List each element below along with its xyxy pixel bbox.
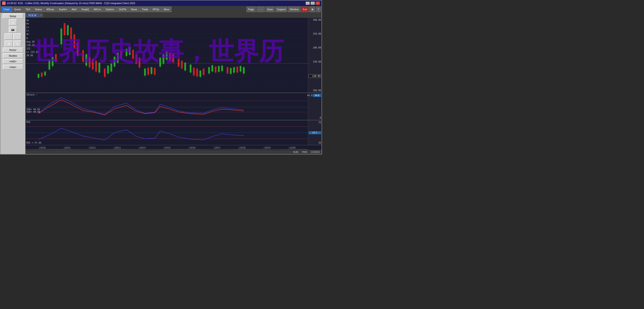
delta-val: 20.05 bbox=[26, 54, 39, 57]
setup-btn[interactable]: Setup bbox=[3, 14, 23, 19]
svg-rect-49 bbox=[110, 64, 112, 72]
menu-status[interactable]: Status bbox=[33, 7, 44, 12]
menu-alert[interactable]: Alert bbox=[70, 7, 79, 12]
ohlc-l: L= bbox=[26, 26, 39, 29]
svg-rect-107 bbox=[218, 66, 220, 72]
svg-rect-121 bbox=[243, 67, 245, 74]
svg-rect-75 bbox=[160, 58, 161, 67]
page-btn[interactable]: Page bbox=[246, 7, 256, 12]
sidebar-icon-row-1: 🖨 bbox=[9, 19, 17, 26]
svg-rect-51 bbox=[114, 57, 116, 67]
svg-rect-39 bbox=[92, 59, 94, 69]
svg-rect-23 bbox=[64, 23, 66, 35]
svg-rect-61 bbox=[132, 50, 134, 59]
svg-rect-9 bbox=[38, 74, 40, 78]
stoch-chart bbox=[26, 93, 308, 120]
menu-quote[interactable]: Quote bbox=[12, 7, 23, 12]
menu-news[interactable]: News bbox=[129, 7, 140, 12]
svg-rect-11 bbox=[41, 73, 43, 77]
svg-text:|2018: |2018 bbox=[238, 146, 246, 149]
svg-rect-101 bbox=[208, 67, 210, 74]
ssd-value: SSD= 40.68 bbox=[26, 111, 40, 113]
ohlc-h: H= bbox=[26, 22, 39, 26]
close-btn[interactable]: × bbox=[316, 2, 320, 5]
svg-rect-119 bbox=[240, 66, 242, 72]
menu-ts[interactable]: T&S bbox=[24, 7, 32, 12]
menu-supsrv[interactable]: SupSrv bbox=[57, 7, 69, 12]
sidebar: Setup 🖨 📷 ← → ⊕ ⊖ ReScl Studies <IntD> <… bbox=[0, 13, 26, 154]
rsi-chart bbox=[26, 120, 308, 145]
menu-allcon[interactable]: AllCon bbox=[92, 7, 103, 12]
maximize-btn[interactable]: □ bbox=[311, 2, 315, 5]
hist-btn[interactable]: <Hist> bbox=[3, 65, 23, 70]
svg-rect-33 bbox=[82, 50, 84, 62]
svg-rect-57 bbox=[126, 49, 127, 56]
svg-text:|2015: |2015 bbox=[164, 146, 171, 149]
print-icon[interactable]: 🖨 bbox=[9, 19, 17, 26]
rsi-badge: 57.7 bbox=[308, 131, 321, 134]
price-100: 100.00 bbox=[308, 89, 321, 92]
menu-more[interactable]: More bbox=[162, 7, 172, 12]
price-current: 120.05 bbox=[308, 74, 321, 78]
chart-tab-add[interactable]: + bbox=[39, 14, 43, 17]
svg-rect-71 bbox=[150, 67, 152, 74]
title-text: 13:30:52 bbox=[7, 2, 16, 5]
time-axis: |2010 |2011 |2012 |2013 |2014 |2015 |201… bbox=[26, 145, 322, 150]
support-btn[interactable]: Support bbox=[276, 7, 288, 12]
svg-rect-17 bbox=[52, 57, 54, 66]
studies-btn[interactable]: Studies bbox=[3, 53, 23, 58]
svg-text:|2016: |2016 bbox=[188, 146, 196, 149]
menu-bar-left: Chart Quote T&S Status MScan SupSrv Aler… bbox=[1, 7, 172, 12]
ohlc-info: O= H= L= L= Δ= 0 Aug 20 118.20 121 L= 11… bbox=[26, 19, 39, 57]
svg-rect-113 bbox=[230, 68, 232, 74]
price-250: 250.00 bbox=[308, 33, 321, 35]
menu-ordtkt[interactable]: OrdTkt bbox=[117, 7, 128, 12]
monitor-btn[interactable]: 🖥 bbox=[310, 7, 315, 12]
arrow-left-icon[interactable]: ← bbox=[4, 34, 13, 40]
stoch-label: SStoch : bbox=[26, 94, 37, 96]
intd-btn[interactable]: <IntD> bbox=[3, 59, 23, 64]
window-btn[interactable]: Window bbox=[288, 7, 300, 12]
rescl-btn[interactable]: ReScl bbox=[3, 48, 23, 53]
minimize-btn[interactable]: − bbox=[306, 2, 310, 5]
svg-rect-79 bbox=[166, 52, 168, 60]
menu-trade[interactable]: Trade bbox=[140, 7, 150, 12]
rsi-scale: 75 57.7 25 bbox=[308, 120, 322, 145]
main-chart[interactable]: O= H= L= L= Δ= 0 Aug 20 118.20 121 L= 11… bbox=[26, 18, 322, 93]
svg-text:|2020: |2020 bbox=[288, 146, 296, 149]
svg-rect-55 bbox=[120, 51, 122, 58]
menu-options[interactable]: Options bbox=[104, 7, 116, 12]
svg-rect-91 bbox=[190, 65, 192, 73]
stoch-scale: 44.8 44.8 0 bbox=[308, 93, 322, 120]
menu-rfqs[interactable]: RFQs bbox=[150, 7, 161, 12]
svg-rect-37 bbox=[89, 57, 90, 67]
rsi-value: RSI = 57.65 bbox=[26, 142, 42, 144]
status-bar: NUM P005 13:30:52 bbox=[26, 150, 322, 154]
save-btn[interactable]: Save bbox=[266, 7, 274, 12]
status-num: NUM bbox=[293, 151, 298, 153]
svg-rect-13 bbox=[44, 72, 46, 75]
arrow-btn[interactable]: →← bbox=[256, 7, 265, 12]
arrow-right-icon[interactable]: → bbox=[13, 34, 22, 40]
svg-rect-67 bbox=[144, 69, 146, 76]
stoch-values: SSK= 44.82 SSD= 40.68 bbox=[26, 108, 40, 113]
menu-mscan[interactable]: MScan bbox=[44, 7, 56, 12]
menu-chart[interactable]: Chart bbox=[1, 7, 12, 12]
svg-rect-99 bbox=[203, 69, 205, 75]
main-window: ⊞ 13:30:52 KCE - Coffee (ICE), Monthly C… bbox=[0, 0, 322, 155]
chart-tab-kce[interactable]: KCE,M bbox=[26, 14, 38, 17]
camera-icon[interactable]: 📷 bbox=[9, 26, 17, 33]
exit-btn[interactable]: Exit bbox=[301, 7, 308, 12]
zoom-out-icon[interactable]: ⊖ bbox=[13, 41, 22, 47]
svg-rect-87 bbox=[181, 61, 183, 69]
menu-snapq[interactable]: SnapQ bbox=[79, 7, 91, 12]
svg-rect-69 bbox=[147, 68, 149, 75]
content-area: Setup 🖨 📷 ← → ⊕ ⊖ ReScl Studies <IntD> <… bbox=[0, 13, 322, 154]
help-btn[interactable]: ? bbox=[316, 7, 321, 12]
window-controls: − □ × bbox=[306, 2, 320, 5]
aug-label: 0 bbox=[26, 37, 39, 40]
menu-bar-right: Page →← Save Support Window Exit 🖥 ? bbox=[246, 7, 321, 12]
zoom-in-icon[interactable]: ⊕ bbox=[4, 41, 13, 47]
svg-rect-25 bbox=[67, 25, 69, 35]
svg-rect-43 bbox=[98, 63, 100, 72]
